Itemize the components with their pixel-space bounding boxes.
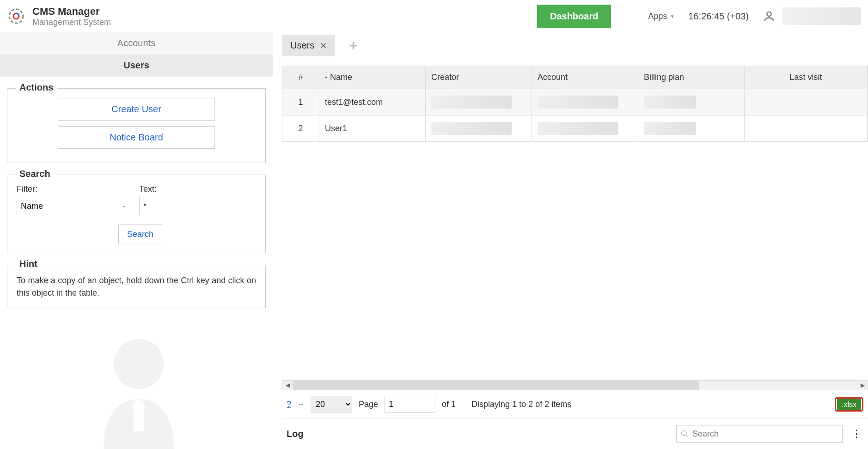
cell-creator <box>426 89 532 115</box>
page-input[interactable] <box>385 396 435 413</box>
clock: 16:26:45 (+03) <box>688 11 749 22</box>
col-billing[interactable]: Billing plan <box>638 66 745 89</box>
text-label: Text: <box>139 184 259 194</box>
scroll-track[interactable] <box>293 381 857 390</box>
horizontal-scrollbar[interactable]: ◀ ▶ <box>282 380 868 390</box>
cell-name: User1 <box>319 115 426 142</box>
pager-resize-icon[interactable]: ↔ <box>298 400 304 408</box>
svg-point-2 <box>767 12 771 16</box>
tabstrip: Users ✕ + <box>282 32 868 56</box>
dashboard-button[interactable]: Dashboard <box>537 5 611 28</box>
pager-help-link[interactable]: ? <box>287 400 291 409</box>
actions-panel-title: Actions <box>16 82 57 93</box>
tab-users[interactable]: Users ✕ <box>282 35 335 56</box>
search-panel-title: Search <box>16 169 54 179</box>
cell-account <box>532 89 638 115</box>
cell-index: 1 <box>282 89 319 115</box>
cell-last-visit <box>745 115 868 142</box>
svg-point-6 <box>681 431 686 436</box>
app-title: CMS Manager <box>32 6 111 18</box>
cell-account <box>532 115 638 142</box>
user-icon[interactable] <box>763 10 776 23</box>
cell-name: test1@test.com <box>319 89 426 115</box>
hint-panel-title: Hint <box>16 259 41 269</box>
export-xlsx-highlight: .xlsx <box>835 397 863 412</box>
actions-panel: Actions Create User Notice Board <box>7 88 266 163</box>
sort-caret-icon: ▾ <box>325 75 327 80</box>
apps-dropdown-label: Apps <box>648 12 667 21</box>
col-creator[interactable]: Creator <box>426 66 532 89</box>
table-row[interactable]: 1 test1@test.com <box>282 89 868 115</box>
table-header: # ▾Name Creator Account Billing plan Las… <box>282 66 868 89</box>
caret-down-icon: ▼ <box>670 14 674 19</box>
table-row[interactable]: 2 User1 <box>282 115 868 142</box>
tab-label: Users <box>290 40 314 51</box>
cell-last-visit <box>745 89 868 115</box>
col-last-visit[interactable]: Last visit <box>745 66 868 89</box>
cell-creator <box>426 115 532 142</box>
pager: ? ↔ 20 Page of 1 Displaying 1 to 2 of 2 … <box>282 390 868 419</box>
create-user-button[interactable]: Create User <box>58 98 215 121</box>
sidebar: Accounts Users Actions Create User Notic… <box>0 32 277 449</box>
header: CMS Manager Management System Dashboard … <box>0 0 868 32</box>
displaying-text: Displaying 1 to 2 of 2 items <box>471 400 571 409</box>
apps-dropdown[interactable]: Apps ▼ <box>648 12 674 21</box>
search-icon <box>680 430 689 438</box>
col-name[interactable]: ▾Name <box>319 66 426 89</box>
log-menu-button[interactable]: ⋮ <box>850 428 863 440</box>
cell-index: 2 <box>282 115 319 142</box>
col-index[interactable]: # <box>282 66 319 89</box>
page-of: of 1 <box>442 400 456 409</box>
page-label: Page <box>359 400 378 409</box>
svg-point-0 <box>9 9 23 23</box>
background-avatar-icon <box>88 329 189 449</box>
users-table: # ▾Name Creator Account Billing plan Las… <box>282 66 868 142</box>
app-subtitle: Management System <box>32 18 111 27</box>
add-tab-button[interactable]: + <box>349 37 358 54</box>
search-text-input[interactable] <box>139 197 259 215</box>
app-titles: CMS Manager Management System <box>32 6 111 27</box>
app-logo-icon <box>7 7 25 25</box>
sidebar-nav-accounts[interactable]: Accounts <box>0 32 273 55</box>
search-button[interactable]: Search <box>118 224 162 244</box>
filter-select[interactable]: Name <box>17 197 132 215</box>
svg-point-3 <box>114 339 164 389</box>
filter-label: Filter: <box>17 184 132 194</box>
svg-line-7 <box>685 435 688 437</box>
scroll-right-icon[interactable]: ▶ <box>857 382 868 388</box>
notice-board-button[interactable]: Notice Board <box>58 126 215 149</box>
log-label: Log <box>287 429 304 439</box>
scroll-left-icon[interactable]: ◀ <box>282 382 293 388</box>
log-search[interactable] <box>676 425 843 443</box>
sidebar-nav-users[interactable]: Users <box>0 55 273 77</box>
log-search-input[interactable] <box>692 429 838 439</box>
scroll-thumb[interactable] <box>293 381 699 390</box>
search-panel: Search Filter: Name ⌄ Text: Search <box>7 175 266 253</box>
cell-billing <box>638 115 745 142</box>
page-size-select[interactable]: 20 <box>311 396 352 413</box>
hint-text: To make a copy of an object, hold down t… <box>17 274 256 299</box>
col-account[interactable]: Account <box>532 66 638 89</box>
cell-billing <box>638 89 745 115</box>
user-name-placeholder[interactable] <box>782 7 861 25</box>
log-bar: Log ⋮ <box>282 419 868 449</box>
hint-panel: Hint To make a copy of an object, hold d… <box>7 265 266 308</box>
export-xlsx-button[interactable]: .xlsx <box>837 399 861 410</box>
close-icon[interactable]: ✕ <box>320 41 327 51</box>
content: Users ✕ + # ▾Name Creator Account Billin… <box>277 32 868 449</box>
